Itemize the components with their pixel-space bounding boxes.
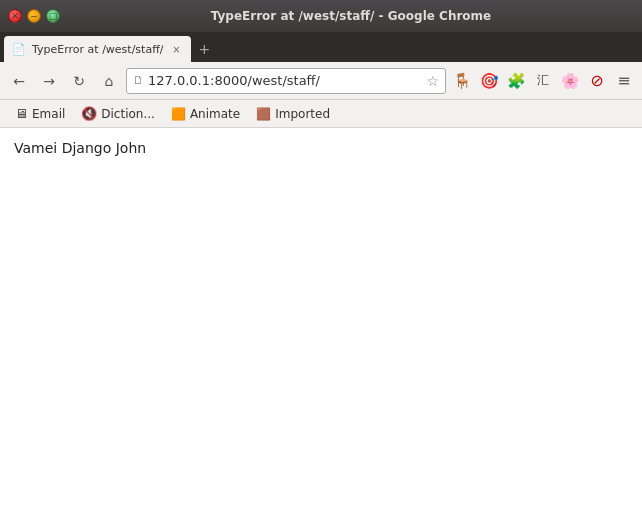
address-bar[interactable]: 🗋 127.0.0.1:8000/west/staff/ ☆ xyxy=(126,68,446,94)
bookmark-animate[interactable]: 🟧 Animate xyxy=(164,104,247,124)
bookmarks-bar: 🖥 Email 🔇 Diction... 🟧 Animate 🟫 Importe… xyxy=(0,100,642,128)
tab-title: TypeError at /west/staff/ xyxy=(32,43,163,56)
reload-button[interactable]: ↻ xyxy=(66,68,92,94)
home-button[interactable]: ⌂ xyxy=(96,68,122,94)
toolbar-icon-2[interactable]: 🎯 xyxy=(477,69,501,93)
tab-bar: 📄 TypeError at /west/staff/ × + xyxy=(0,32,642,62)
diction-bookmark-icon: 🔇 xyxy=(81,106,97,121)
navigation-bar: ← → ↻ ⌂ 🗋 127.0.0.1:8000/west/staff/ ☆ 🪑… xyxy=(0,62,642,100)
bookmark-diction-label: Diction... xyxy=(101,107,155,121)
imported-bookmark-icon: 🟫 xyxy=(256,107,271,121)
toolbar-icon-5[interactable]: 🌸 xyxy=(558,69,582,93)
maximize-button[interactable]: □ xyxy=(46,9,60,23)
title-bar: ✕ − □ TypeError at /west/staff/ - Google… xyxy=(0,0,642,32)
page-icon: 🗋 xyxy=(133,74,144,87)
animate-bookmark-icon: 🟧 xyxy=(171,107,186,121)
toolbar-icon-4[interactable]: 汇 xyxy=(531,69,555,93)
back-button[interactable]: ← xyxy=(6,68,32,94)
toolbar-icons: 🪑 🎯 🧩 汇 🌸 ⊘ ≡ xyxy=(450,69,636,93)
bookmark-animate-label: Animate xyxy=(190,107,240,121)
email-bookmark-icon: 🖥 xyxy=(15,106,28,121)
bookmark-email-label: Email xyxy=(32,107,65,121)
bookmark-email[interactable]: 🖥 Email xyxy=(8,103,72,124)
bookmark-star-button[interactable]: ☆ xyxy=(426,73,439,89)
address-text: 127.0.0.1:8000/west/staff/ xyxy=(148,73,422,88)
bookmark-imported[interactable]: 🟫 Imported xyxy=(249,104,337,124)
active-tab[interactable]: 📄 TypeError at /west/staff/ × xyxy=(4,36,191,62)
stop-button[interactable]: ⊘ xyxy=(585,69,609,93)
minimize-button[interactable]: − xyxy=(27,9,41,23)
toolbar-icon-3[interactable]: 🧩 xyxy=(504,69,528,93)
address-path: :8000/west/staff/ xyxy=(210,73,320,88)
new-tab-button[interactable]: + xyxy=(191,36,217,62)
window-controls: ✕ − □ xyxy=(8,9,60,23)
page-body-text: Vamei Django John xyxy=(14,140,628,156)
forward-button[interactable]: → xyxy=(36,68,62,94)
page-content: Vamei Django John xyxy=(0,128,642,509)
toolbar-icon-1[interactable]: 🪑 xyxy=(450,69,474,93)
tab-close-button[interactable]: × xyxy=(169,42,183,56)
address-host: 127.0.0.1 xyxy=(148,73,210,88)
menu-button[interactable]: ≡ xyxy=(612,69,636,93)
bookmark-imported-label: Imported xyxy=(275,107,330,121)
close-button[interactable]: ✕ xyxy=(8,9,22,23)
tab-favicon-icon: 📄 xyxy=(12,43,26,56)
window-title: TypeError at /west/staff/ - Google Chrom… xyxy=(68,9,634,23)
bookmark-diction[interactable]: 🔇 Diction... xyxy=(74,103,162,124)
